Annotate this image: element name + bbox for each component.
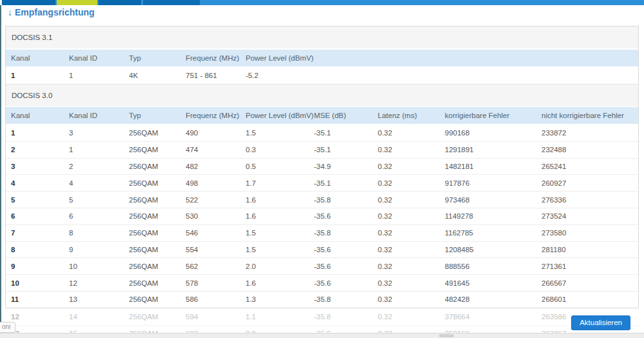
table-cell: 0.32 xyxy=(378,179,445,187)
table-cell: 0.32 xyxy=(378,146,445,154)
table-cell: -35.8 xyxy=(314,229,378,237)
horizontal-scrollbar-thumb[interactable] xyxy=(439,334,454,337)
table-cell: -35.6 xyxy=(314,279,378,287)
table-cell: 1.6 xyxy=(246,279,314,287)
section-title: DOCSIS 3.0 xyxy=(12,92,52,99)
table-cell: -35.1 xyxy=(314,129,378,137)
table-cell: 8 xyxy=(69,229,129,237)
down-arrow-icon: ↓ xyxy=(8,7,12,17)
tab-segment-1[interactable] xyxy=(2,0,55,5)
table-cell: 12 xyxy=(11,313,69,321)
table-cell: 260927 xyxy=(542,179,638,187)
column-header: Frequenz (MHz) xyxy=(186,54,246,62)
column-header: Typ xyxy=(129,54,186,62)
table-cell: 474 xyxy=(186,146,246,154)
table-cell: 0.32 xyxy=(378,313,445,321)
docsis31-table-header: KanalKanal IDTypFrequenz (MHz)Power Leve… xyxy=(6,50,638,66)
table-cell: 1.6 xyxy=(246,212,314,220)
tab-segment-3[interactable] xyxy=(143,0,200,5)
table-cell: 256QAM xyxy=(129,279,186,287)
table-cell: 554 xyxy=(186,246,246,254)
column-header: korrigierbare Fehler xyxy=(445,112,542,119)
table-cell: 276336 xyxy=(542,196,638,204)
table-row: 1012256QAM5781.6-35.60.32491645266567 xyxy=(6,274,638,291)
column-header: Power Level (dBmV) xyxy=(246,112,314,119)
table-row: 21256QAM4740.3-35.10.321291891232488 xyxy=(6,141,638,158)
table-cell: 3 xyxy=(11,163,69,170)
table-cell: 256QAM xyxy=(129,196,186,204)
column-header: nicht korrigierbare Fehler xyxy=(542,112,638,119)
table-cell: -35.6 xyxy=(314,246,378,254)
table-cell: 594 xyxy=(186,313,246,321)
table-cell: 0.3 xyxy=(246,146,314,154)
table-cell: 10 xyxy=(11,279,69,287)
table-cell: 751 - 861 xyxy=(186,72,246,79)
table-cell: 482 xyxy=(186,163,246,170)
table-cell: 271361 xyxy=(542,263,638,270)
table-cell: 378664 xyxy=(445,313,542,321)
table-cell: 2.0 xyxy=(246,263,314,270)
docsis31-table-body: 114K751 - 861-5.2 xyxy=(6,67,638,84)
table-cell: 562 xyxy=(186,263,246,270)
table-cell: 888556 xyxy=(445,263,542,270)
table-row: 910256QAM5622.0-35.60.32888556271361 xyxy=(6,257,638,274)
table-cell: 0.32 xyxy=(378,212,445,220)
table-cell: 4 xyxy=(69,179,129,187)
table-cell: 1 xyxy=(69,72,129,79)
table-cell: 265241 xyxy=(542,163,638,170)
table-cell: 546 xyxy=(186,229,246,237)
table-cell: 0.5 xyxy=(246,163,314,170)
table-row: 114K751 - 861-5.2 xyxy=(6,67,638,84)
table-cell: -35.6 xyxy=(314,263,378,270)
table-row: 44256QAM4981.7-35.10.32917876260927 xyxy=(6,174,638,191)
top-tab-strip xyxy=(0,0,644,5)
table-cell: 6 xyxy=(11,212,69,220)
table-cell: 490 xyxy=(186,129,246,137)
table-cell: 256QAM xyxy=(129,163,186,170)
table-row: 32256QAM4820.5-34.90.321482181265241 xyxy=(6,158,638,175)
table-cell: 266567 xyxy=(542,279,638,287)
table-cell: 7 xyxy=(11,229,69,237)
table-cell: 0.32 xyxy=(378,129,445,137)
tab-segment-active[interactable] xyxy=(57,0,97,5)
table-cell: 12 xyxy=(69,279,129,287)
table-cell: 1.5 xyxy=(246,129,314,137)
table-cell: 917876 xyxy=(445,179,542,187)
table-cell: 3 xyxy=(69,129,129,137)
table-cell: -35.8 xyxy=(314,196,378,204)
table-cell: 13 xyxy=(69,295,129,303)
table-cell: 1.7 xyxy=(246,179,314,187)
table-cell: 232488 xyxy=(542,146,638,154)
column-header: Typ xyxy=(129,112,186,119)
table-cell: 256QAM xyxy=(129,212,186,220)
table-cell: 256QAM xyxy=(129,313,186,321)
table-cell: 586 xyxy=(186,295,246,303)
table-cell: -35.8 xyxy=(314,295,378,303)
refresh-button[interactable]: Aktualisieren xyxy=(571,315,630,330)
table-cell: 256QAM xyxy=(129,246,186,254)
column-header: Kanal xyxy=(11,112,69,119)
docsis30-faded-rows: 1214256QAM5941.1-35.80.32378664263586131… xyxy=(6,308,638,333)
page-title-label: Empfangsrichtung xyxy=(15,7,95,17)
table-cell: 256QAM xyxy=(129,229,186,237)
table-cell: 8 xyxy=(11,246,69,254)
column-header: Latenz (ms) xyxy=(378,112,445,119)
table-cell: 2 xyxy=(69,163,129,170)
table-row: 55256QAM5221.6-35.80.32973468276336 xyxy=(6,191,638,208)
table-cell: 1291891 xyxy=(445,146,542,154)
table-cell: 990168 xyxy=(445,129,542,137)
column-header: Frequenz (MHz) xyxy=(186,112,246,119)
table-cell: -35.8 xyxy=(314,313,378,321)
channel-tables-panel: DOCSIS 3.1 KanalKanal IDTypFrequenz (MHz… xyxy=(5,26,639,308)
table-cell: 530 xyxy=(186,212,246,220)
table-cell: 1208485 xyxy=(445,246,542,254)
horizontal-scrollbar-track[interactable] xyxy=(0,333,644,338)
table-cell: 522 xyxy=(186,196,246,204)
table-cell: 9 xyxy=(69,246,129,254)
section-header-docsis31: DOCSIS 3.1 xyxy=(6,26,638,48)
table-cell: 256QAM xyxy=(129,263,186,270)
table-cell: 4 xyxy=(11,179,69,187)
table-cell: 5 xyxy=(11,196,69,204)
table-cell: 9 xyxy=(11,263,69,270)
tab-segment-2[interactable] xyxy=(99,0,141,5)
